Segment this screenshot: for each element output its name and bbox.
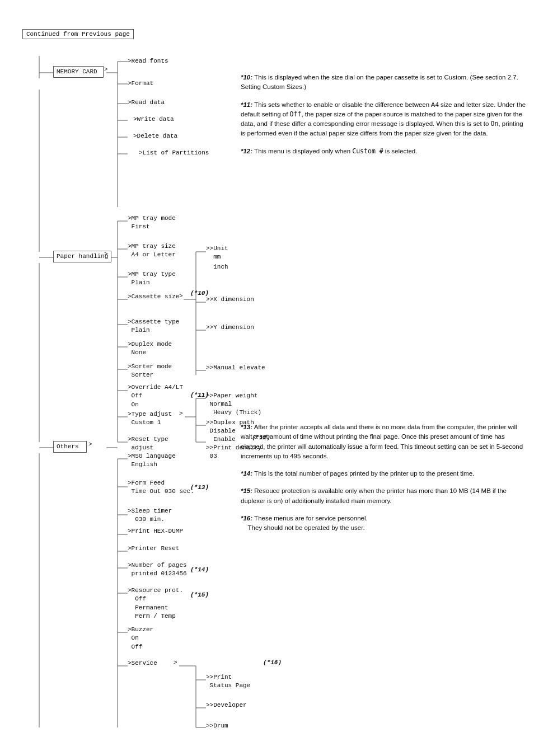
drum: >>Drum — [206, 722, 228, 730]
mp-tray-mode: >MP tray mode First — [128, 214, 176, 232]
duplex-mode: >Duplex mode None — [128, 340, 172, 358]
resource-prot: >Resource prot. Off Permanent Perm / Tem… — [128, 586, 183, 621]
form-feed: >Form Feed Time Out 030 sec. — [128, 479, 194, 496]
annotation-14: (*14) — [190, 566, 209, 573]
enable-item: Enable — [206, 435, 236, 444]
read-data: >Read data — [128, 98, 165, 107]
unit-box: >>Unit mm — [206, 245, 228, 262]
format: >Format — [128, 79, 153, 88]
continued-label: Continued from Previous page — [22, 29, 134, 39]
mp-tray-type: >MP tray type Plain — [128, 270, 176, 288]
others-arrow: > — [88, 441, 92, 448]
msg-language: >MSG language English — [128, 452, 176, 469]
x-dimension: >>X dimension — [206, 295, 254, 304]
type-adjust-arrow: > — [179, 410, 183, 417]
type-adjust: >Type adjust — [128, 410, 172, 419]
heavy-thick: Heavy (Thick) — [206, 408, 261, 417]
sleep-timer: >Sleep timer 030 min. — [128, 507, 172, 524]
mp-tray-size: >MP tray size A4 or Letter — [128, 242, 176, 260]
manual-elevate: >>Manual elevate — [206, 364, 265, 372]
cassette-size: >Cassette size — [128, 293, 179, 301]
print-density: >>Print density 03 — [206, 444, 261, 461]
sorter-mode: >Sorter mode Sorter — [128, 363, 172, 380]
memory-card-arrow: > — [104, 66, 108, 73]
print-hexdump: >Print HEX-DUMP — [128, 527, 183, 536]
annotation-16: (*16) — [263, 659, 282, 666]
read-fonts: >Read fonts — [128, 57, 168, 65]
service-arrow: > — [174, 659, 177, 666]
type-adjust-val: Custom 1 — [128, 419, 161, 427]
service-item: >Service — [128, 659, 157, 668]
buzzer: >Buzzer On Off — [128, 626, 153, 651]
print-status-page: >>Print Status Page — [206, 673, 250, 691]
others-box: Others — [53, 441, 87, 453]
memory-card-box: MEMORY CARD — [53, 66, 104, 78]
developer: >>Developer — [206, 701, 247, 710]
diagram-area: MEMORY CARD > >Read fonts >Format >Read … — [6, 56, 353, 750]
inch-item: inch — [206, 263, 228, 271]
annotation-13: (*13) — [190, 484, 209, 491]
annotation-15: (*15) — [190, 591, 209, 598]
delete-data: >Delete data — [133, 132, 177, 140]
paper-handling-box: Paper handling — [53, 251, 111, 262]
override-a4lt: >Override A4/LT Off On — [128, 383, 183, 409]
paper-handling-arrow: > — [104, 251, 108, 257]
list-partitions: >List of Partitions — [139, 149, 209, 157]
write-data: >Write data — [133, 115, 174, 124]
duplex-path: >>Duplex path Disable — [206, 419, 254, 436]
cassette-type: >Cassette type Plain — [128, 318, 179, 335]
printer-reset: >Printer Reset — [128, 544, 179, 553]
y-dimension: >>Y dimension — [206, 323, 254, 332]
annotation-12: (*12) — [252, 434, 270, 441]
number-pages: >Number of pages printed 0123456 — [128, 561, 187, 579]
page-container: Continued from Previous page *10: This i… — [0, 0, 534, 756]
cassette-size-arrow: > — [179, 293, 183, 299]
paper-weight: >>Paper weight Normal — [206, 392, 257, 409]
reset-type: >Reset type adjust — [128, 435, 168, 453]
